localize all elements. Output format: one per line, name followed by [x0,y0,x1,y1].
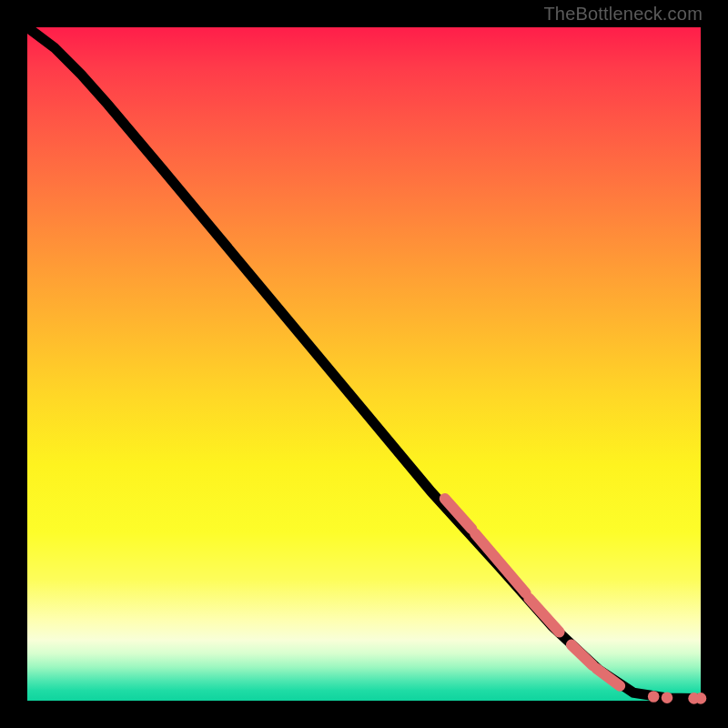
highlight-segment [596,668,620,685]
highlight-dot [695,693,707,704]
highlight-dot [648,691,660,703]
main-curve [27,27,701,699]
plot-area [27,27,701,701]
watermark-label: TheBottleneck.com [543,4,703,25]
highlight-segment [475,533,526,592]
chart-frame: TheBottleneck.com [0,0,728,728]
highlight-segments [445,499,620,686]
highlight-segment [529,599,559,632]
highlight-segment [571,645,593,666]
chart-svg [27,27,701,701]
highlight-dot [662,692,673,703]
